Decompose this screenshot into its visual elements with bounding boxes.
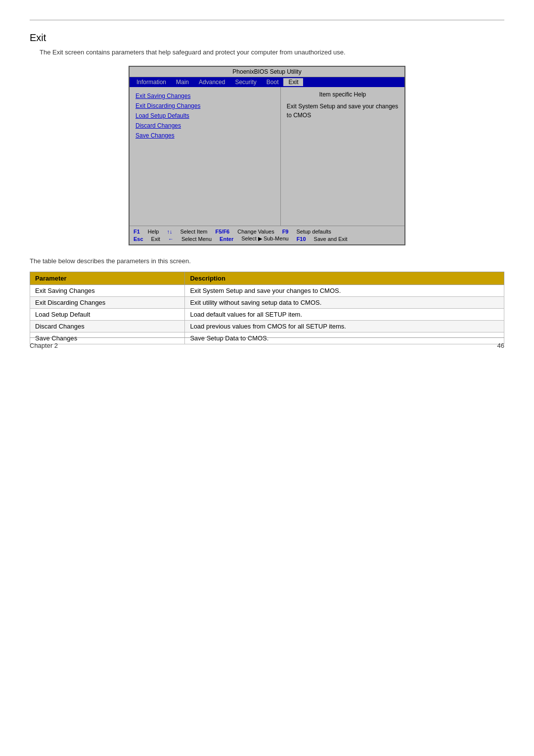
bios-left-panel: Exit Saving ChangesExit Discarding Chang…: [130, 87, 281, 226]
table-row: Exit Discarding ChangesExit utility with…: [30, 297, 504, 309]
bios-menu-item-information[interactable]: Information: [132, 78, 171, 86]
bios-key-←: ←: [168, 236, 174, 242]
table-cell-desc: Load default values for all SETUP item.: [185, 309, 504, 321]
bios-key-desc: Select Menu: [181, 236, 212, 242]
bios-option-discard-changes[interactable]: Discard Changes: [135, 121, 274, 131]
bios-menu-item-security[interactable]: Security: [230, 78, 261, 86]
bios-footer: F1 Help↑↓ Select ItemF5/F6 Change Values…: [130, 226, 404, 244]
table-row: Load Setup DefaultLoad default values fo…: [30, 309, 504, 321]
bios-key-desc: Select ▶ Sub-Menu: [241, 236, 288, 242]
table-row: Discard ChangesLoad previous values from…: [30, 321, 504, 332]
intro-text: The Exit screen contains parameters that…: [40, 48, 504, 56]
bios-key-desc: Save and Exit: [314, 236, 348, 242]
table-cell-param: Discard Changes: [30, 321, 185, 332]
bios-key-f9: F9: [282, 229, 289, 235]
bios-key-desc: Help: [148, 229, 159, 235]
bios-menu-item-advanced[interactable]: Advanced: [194, 78, 230, 86]
bios-option-exit-discarding-changes[interactable]: Exit Discarding Changes: [135, 101, 274, 111]
footer-right: 46: [497, 342, 504, 349]
top-rule: [30, 20, 504, 20]
bios-content: Exit Saving ChangesExit Discarding Chang…: [130, 87, 404, 226]
bios-key-desc: Setup defaults: [296, 229, 331, 235]
bios-menu-bar: InformationMainAdvancedSecurityBootExit: [130, 77, 404, 87]
params-table-body: Exit Saving ChangesExit System Setup and…: [30, 285, 504, 344]
desc-text: The table below describes the parameters…: [30, 257, 504, 265]
bios-option-load-setup-defaults[interactable]: Load Setup Defaults: [135, 111, 274, 121]
bios-footer-row: F1 Help↑↓ Select ItemF5/F6 Change Values…: [134, 228, 400, 235]
bios-footer-row: Esc Exit← Select MenuEnter Select ▶ Sub-…: [134, 235, 400, 242]
bios-key-f5-f6: F5/F6: [216, 229, 230, 235]
bios-help-title: Item specific Help: [287, 91, 399, 98]
bios-key-desc: Select Item: [180, 229, 207, 235]
bios-key-enter: Enter: [220, 236, 233, 242]
table-row: Exit Saving ChangesExit System Setup and…: [30, 285, 504, 297]
table-cell-desc: Exit utility without saving setup data t…: [185, 297, 504, 309]
bios-right-panel: Item specific Help Exit System Setup and…: [281, 87, 404, 226]
page-container: Exit The Exit screen contains parameters…: [0, 0, 534, 364]
bios-screen: PhoenixBIOS Setup Utility InformationMai…: [129, 66, 405, 245]
table-cell-param: Exit Discarding Changes: [30, 297, 185, 309]
bios-option-save-changes[interactable]: Save Changes: [135, 131, 274, 141]
table-cell-param: Exit Saving Changes: [30, 285, 185, 297]
table-cell-param: Load Setup Default: [30, 309, 185, 321]
bios-help-text: Exit System Setup and save your changes …: [287, 102, 399, 120]
bios-menu-item-main[interactable]: Main: [171, 78, 194, 86]
params-table: Parameter Description Exit Saving Change…: [30, 272, 504, 344]
bios-key-f1: F1: [134, 229, 140, 235]
footer-left: Chapter 2: [30, 342, 58, 349]
page-title: Exit: [30, 32, 504, 44]
bios-key-desc: Exit: [151, 236, 160, 242]
bios-option-exit-saving-changes[interactable]: Exit Saving Changes: [135, 91, 274, 101]
col-header-param: Parameter: [30, 272, 185, 285]
bios-key-desc: Change Values: [237, 229, 274, 235]
table-cell-desc: Load previous values from CMOS for all S…: [185, 321, 504, 332]
bios-key-esc: Esc: [134, 236, 143, 242]
bios-menu-item-exit[interactable]: Exit: [283, 78, 303, 86]
table-cell-desc: Exit System Setup and save your changes …: [185, 285, 504, 297]
bios-menu-item-boot[interactable]: Boot: [262, 78, 284, 86]
page-footer: Chapter 2 46: [30, 337, 504, 349]
col-header-desc: Description: [185, 272, 504, 285]
bios-key-↑↓: ↑↓: [167, 229, 172, 235]
bios-title-bar: PhoenixBIOS Setup Utility: [130, 67, 404, 77]
bios-key-f10: F10: [297, 236, 306, 242]
